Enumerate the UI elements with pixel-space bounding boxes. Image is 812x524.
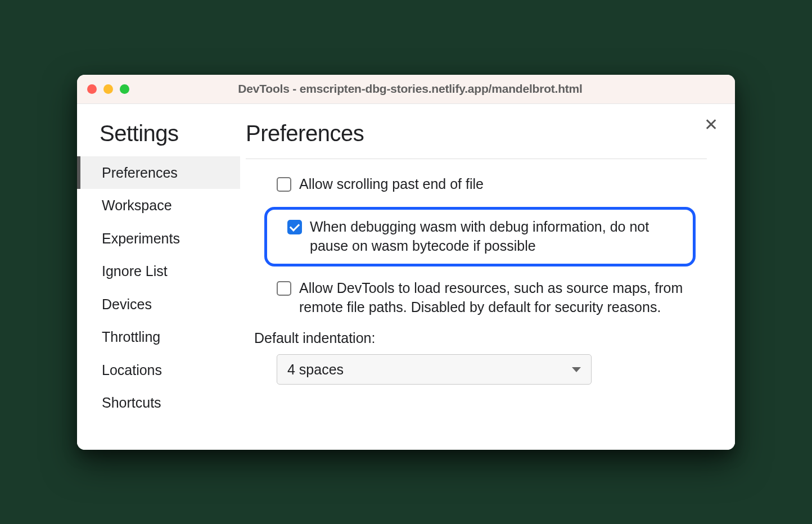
window-minimize-button[interactable] <box>103 84 113 94</box>
sidebar-item-workspace[interactable]: Workspace <box>77 189 240 222</box>
sidebar-item-label: Shortcuts <box>102 395 161 410</box>
sidebar-item-label: Locations <box>102 362 162 378</box>
close-icon[interactable]: ✕ <box>704 116 718 133</box>
sidebar-item-label: Experiments <box>102 231 180 246</box>
option-allow-scroll-past-eof[interactable]: Allow scrolling past end of file <box>277 175 707 194</box>
sidebar-item-label: Ignore List <box>102 263 168 279</box>
window-close-button[interactable] <box>87 84 97 94</box>
window-titlebar: DevTools - emscripten-dbg-stories.netlif… <box>77 75 735 104</box>
sidebar-item-locations[interactable]: Locations <box>77 354 240 387</box>
settings-sidebar: Settings Preferences Workspace Experimen… <box>77 104 240 450</box>
option-label: When debugging wasm with debug informati… <box>310 218 683 256</box>
sidebar-title: Settings <box>77 121 240 156</box>
settings-body: ✕ Settings Preferences Workspace Experim… <box>77 104 735 450</box>
sidebar-item-ignore-list[interactable]: Ignore List <box>77 255 240 288</box>
page-title: Preferences <box>246 121 707 159</box>
chevron-down-icon <box>572 367 581 372</box>
preferences-options: Allow scrolling past end of file When de… <box>246 159 707 385</box>
indentation-select[interactable]: 4 spaces <box>277 354 592 385</box>
sidebar-item-label: Devices <box>102 296 152 312</box>
sidebar-item-label: Throttling <box>102 329 160 345</box>
indentation-select-value: 4 spaces <box>287 362 344 378</box>
option-label: Allow scrolling past end of file <box>299 175 707 194</box>
window-traffic-lights <box>87 84 129 94</box>
checkbox-wasm-skip-bytecode[interactable] <box>287 220 302 234</box>
checkbox-allow-scroll-past-eof[interactable] <box>277 177 291 192</box>
settings-main: Preferences Allow scrolling past end of … <box>240 104 735 450</box>
sidebar-item-throttling[interactable]: Throttling <box>77 320 240 354</box>
window-maximize-button[interactable] <box>120 84 129 94</box>
window-title: DevTools - emscripten-dbg-stories.netlif… <box>129 82 725 96</box>
sidebar-item-experiments[interactable]: Experiments <box>77 222 240 255</box>
sidebar-item-label: Workspace <box>102 197 172 213</box>
option-label: Allow DevTools to load resources, such a… <box>299 279 707 317</box>
sidebar-item-preferences[interactable]: Preferences <box>77 156 240 189</box>
option-allow-remote-file-paths[interactable]: Allow DevTools to load resources, such a… <box>277 279 707 317</box>
devtools-settings-window: DevTools - emscripten-dbg-stories.netlif… <box>77 75 735 450</box>
sidebar-item-shortcuts[interactable]: Shortcuts <box>77 386 240 419</box>
indentation-field-label: Default indentation: <box>254 330 707 346</box>
option-wasm-skip-bytecode[interactable]: When debugging wasm with debug informati… <box>264 207 696 266</box>
checkbox-allow-remote-file-paths[interactable] <box>277 281 291 296</box>
sidebar-item-label: Preferences <box>102 165 178 180</box>
sidebar-item-devices[interactable]: Devices <box>77 288 240 321</box>
